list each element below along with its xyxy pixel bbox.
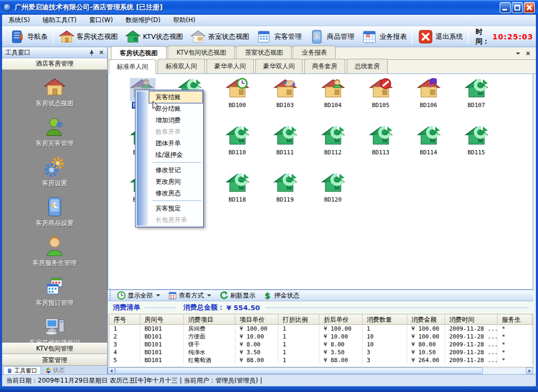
room-type-tab[interactable]: 商务套房 bbox=[304, 59, 345, 73]
view-tab[interactable]: 客房状态视图 bbox=[111, 46, 167, 60]
menu-item[interactable]: 帮助(H) bbox=[167, 14, 202, 26]
context-menu-item[interactable]: 增加消费 bbox=[149, 114, 202, 126]
toolbar-button[interactable]: 导航条 bbox=[6, 28, 51, 46]
table-cell: BD101 bbox=[140, 325, 184, 333]
minimize-button[interactable] bbox=[500, 2, 511, 13]
menu-item[interactable]: 数据维护(D) bbox=[119, 14, 167, 26]
sidebar-bottom-tab[interactable]: 状态 bbox=[42, 366, 68, 374]
table-column-header[interactable]: 房间号 bbox=[140, 314, 184, 324]
sidebar-group-bar[interactable]: 茶室管理 bbox=[2, 354, 107, 366]
app-window: 广州爱启迪技术有限公司-酒店管理系统 [已注册] 系统(S)辅助工具(T)窗口(… bbox=[0, 0, 538, 392]
room-BD103[interactable]: BD103 bbox=[261, 76, 309, 124]
room-BD120[interactable]: BD120 bbox=[309, 171, 357, 219]
toolbar-button[interactable]: 宾客管理 bbox=[253, 28, 305, 46]
table-column-header[interactable]: 折后单价 bbox=[319, 314, 363, 324]
toolbar-button[interactable]: KTV状态视图 bbox=[121, 28, 187, 46]
room-BD104[interactable]: BD104 bbox=[309, 76, 357, 124]
list-toolbar-button[interactable]: 显示全部 bbox=[113, 291, 164, 300]
goods-device-icon bbox=[309, 29, 325, 45]
table-column-header[interactable]: 消费项目 bbox=[184, 314, 235, 324]
menu-item[interactable]: 系统(S) bbox=[2, 14, 36, 26]
toolbar-button[interactable]: 客房状态视图 bbox=[55, 28, 121, 46]
deposit-dollar-icon: $ bbox=[264, 291, 272, 300]
room-BD107[interactable]: BD107 bbox=[452, 76, 500, 124]
toolbar-button[interactable]: 退出系统 bbox=[414, 28, 467, 46]
tabstrip-dropdown-icon[interactable] bbox=[516, 52, 520, 55]
room-BD115[interactable]: BD115 bbox=[452, 123, 500, 172]
room-BD106[interactable]: BD106 bbox=[405, 76, 452, 124]
table-column-header[interactable]: 服务生 bbox=[498, 314, 532, 324]
scrollbar-thumb[interactable] bbox=[115, 367, 483, 374]
table-column-header[interactable]: 消费金额 bbox=[407, 314, 445, 324]
sidebar-item[interactable]: 客房状态视图 bbox=[2, 76, 107, 108]
scrollbar-track[interactable] bbox=[483, 367, 526, 374]
view-tab-strip: 客房状态视图KTV包间状态视图茶室状态视图业务报表 ✕ bbox=[108, 47, 536, 60]
maximize-button[interactable] bbox=[512, 2, 523, 13]
room-status-icon bbox=[272, 123, 299, 149]
room-type-tab[interactable]: 标准双人间 bbox=[158, 59, 205, 73]
list-toolbar-button[interactable]: $押金状态 bbox=[260, 291, 304, 300]
table-cell: 2009-11-28 ... bbox=[445, 325, 498, 333]
sidebar-item[interactable]: 客房商品设置 bbox=[2, 196, 107, 228]
table-cell: ¥ 88.00 bbox=[319, 356, 363, 364]
table-column-header[interactable]: 序号 bbox=[109, 314, 140, 324]
room-BD119[interactable]: BD119 bbox=[261, 171, 309, 219]
room-type-tab[interactable]: 标准单人间 bbox=[109, 59, 156, 74]
view-tab[interactable]: 茶室状态视图 bbox=[236, 46, 292, 59]
list-toolbar-button[interactable]: 刷新显示 bbox=[215, 291, 260, 300]
room-BD114[interactable]: BD114 bbox=[405, 123, 452, 172]
table-row[interactable]: 1BD101房间费¥ 100.001¥ 100.001¥ 100.002009-… bbox=[109, 325, 533, 333]
table-row[interactable]: 2BD101方便面¥ 10.001¥ 10.0010¥ 100.002009-1… bbox=[109, 333, 533, 341]
room-BD112[interactable]: BD112 bbox=[309, 123, 357, 172]
table-column-header[interactable]: 打折比例 bbox=[278, 314, 319, 324]
table-column-header[interactable]: 项目单价 bbox=[235, 314, 278, 324]
table-column-header[interactable]: 消费数量 bbox=[363, 314, 407, 324]
pin-icon[interactable] bbox=[89, 50, 95, 56]
list-toolbar-button[interactable]: 查看方式 bbox=[164, 291, 215, 300]
scroll-right-button[interactable] bbox=[526, 367, 533, 374]
room-BD100[interactable]: BD100 bbox=[213, 76, 261, 124]
room-BD118[interactable]: BD118 bbox=[213, 171, 261, 219]
context-menu-item[interactable]: 修改登记 bbox=[149, 164, 202, 176]
sidebar-item[interactable]: 客房设置 bbox=[2, 156, 107, 188]
room-label: BD105 bbox=[372, 102, 389, 109]
menu-item[interactable]: 辅助工具(T) bbox=[36, 14, 83, 26]
table-cell: * bbox=[498, 341, 532, 348]
close-button[interactable] bbox=[524, 2, 535, 13]
horizontal-scrollbar[interactable] bbox=[108, 367, 533, 374]
toolbar-button[interactable]: 茶室状态视图 bbox=[187, 28, 253, 46]
sidebar-group-bar[interactable]: KTV包间管理 bbox=[2, 343, 107, 354]
toolbar-button[interactable]: 业务报表 bbox=[358, 28, 410, 46]
sidebar-item[interactable]: 客房宾客管理 bbox=[2, 116, 107, 148]
context-menu-item[interactable]: 续/退押金 bbox=[149, 149, 202, 161]
sidebar-bottom-tab[interactable]: 工具窗口 bbox=[3, 366, 41, 374]
sidebar-item[interactable]: 客房服务生管理 bbox=[2, 236, 107, 268]
sidebar-item[interactable]: 客房其他款项登记 bbox=[2, 315, 107, 343]
context-menu-item[interactable]: 修改房态 bbox=[149, 187, 202, 199]
table-row[interactable]: 3BD101饼干¥ 8.001¥ 8.0010¥ 80.002009-11-28… bbox=[109, 341, 533, 348]
menu-item[interactable]: 窗口(W) bbox=[83, 14, 119, 26]
panel-close-icon[interactable]: ✕ bbox=[99, 49, 104, 56]
scroll-left-button[interactable] bbox=[108, 367, 115, 374]
room-type-tab[interactable]: 豪华单人间 bbox=[206, 59, 254, 73]
room-BD113[interactable]: BD113 bbox=[357, 123, 405, 172]
room-label: BD112 bbox=[324, 149, 342, 156]
view-tab[interactable]: 业务报表 bbox=[293, 46, 336, 59]
context-menu-item[interactable]: 团体开单 bbox=[149, 137, 202, 149]
room-BD105[interactable]: BD105 bbox=[357, 76, 405, 124]
tabstrip-close-icon[interactable]: ✕ bbox=[525, 50, 531, 57]
context-menu-item[interactable]: 更改房间 bbox=[149, 176, 202, 187]
sidebar-item[interactable]: 客房预订管理 bbox=[2, 276, 107, 308]
toolbar-button[interactable]: 商品管理 bbox=[305, 28, 358, 46]
consumption-title: 消费清单 bbox=[108, 303, 144, 312]
table-row[interactable]: 5BD101红葡萄酒¥ 88.001¥ 88.003¥ 264.002009-1… bbox=[109, 356, 533, 364]
room-BD110[interactable]: BD110 bbox=[213, 123, 261, 172]
table-row[interactable]: 4BD101纯净水¥ 3.501¥ 3.503¥ 10.502009-11-28… bbox=[109, 348, 533, 356]
view-tab[interactable]: KTV包间状态视图 bbox=[168, 46, 235, 59]
sidebar-items: 客房状态视图客房宾客管理客房设置客房商品设置客房服务生管理客房预订管理客房其他款… bbox=[2, 70, 107, 343]
context-menu-item[interactable]: 宾客预定 bbox=[149, 203, 202, 214]
table-column-header[interactable]: 消费时间 bbox=[445, 314, 498, 324]
room-type-tab[interactable]: 总统套房 bbox=[347, 59, 388, 73]
room-BD111[interactable]: BD111 bbox=[261, 123, 309, 172]
room-type-tab[interactable]: 豪华双人间 bbox=[255, 59, 303, 73]
